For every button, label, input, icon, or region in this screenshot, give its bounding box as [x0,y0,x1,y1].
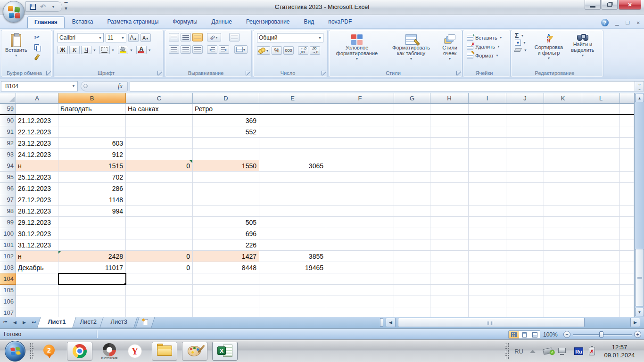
cell-I91[interactable] [469,126,506,138]
cell-L105[interactable] [582,285,620,296]
cell-A92[interactable]: 23.12.2023 [16,138,58,149]
scroll-up-button[interactable]: ▲ [635,94,644,102]
copy-button[interactable] [32,43,42,51]
cell-D103[interactable]: 8448 [193,262,259,273]
underline-dropdown[interactable]: ▼ [93,49,96,52]
name-box[interactable]: B104▼ [1,81,78,91]
format-painter-button[interactable] [32,53,42,61]
percent-format-button[interactable]: % [272,46,282,55]
cell-K99[interactable] [544,217,582,228]
cell-F93[interactable] [326,149,394,160]
row-header-103[interactable]: 103 [0,262,16,273]
cell-D90[interactable]: 369 [193,115,259,126]
row-header-104[interactable]: 104 [0,273,16,285]
align-bottom-button[interactable] [192,33,203,41]
cell-E105[interactable] [259,285,326,296]
tab-review[interactable]: Рецензирование [239,16,297,28]
cell-J59[interactable] [506,104,544,114]
taskbar-excel-button[interactable]: X [212,342,238,361]
cell-G93[interactable] [394,149,430,160]
prev-sheet-button[interactable]: ◀ [10,318,19,327]
col-header-F[interactable]: F [326,93,394,103]
cell-J93[interactable] [506,149,544,160]
fill-color-dropdown[interactable]: ▼ [130,49,133,52]
cell-G100[interactable] [394,228,430,239]
cell-C99[interactable] [126,217,193,228]
cell-K97[interactable] [544,194,582,206]
workbook-restore-button[interactable]: ❐ [626,20,630,25]
cell-J96[interactable] [506,183,544,194]
cell-E92[interactable] [259,138,326,149]
cell-C98[interactable] [126,206,193,217]
cell-H101[interactable] [430,239,469,251]
thousands-format-button[interactable]: 000 [283,46,294,55]
cell-B90[interactable] [58,115,126,126]
network-tray-icon[interactable] [558,348,567,355]
tab-formulas[interactable]: Формулы [166,16,204,28]
format-cells-button[interactable]: ✎ Формат▼ [466,51,508,60]
page-layout-view-button[interactable] [519,331,529,338]
cell-K101[interactable] [544,239,582,251]
cell-K106[interactable] [544,296,582,307]
cell-E99[interactable] [259,217,326,228]
cell-A96[interactable]: 26.12.2023 [16,183,58,194]
align-center-button[interactable] [181,45,191,54]
next-sheet-button[interactable]: ▶ [20,318,29,327]
cell-L96[interactable] [582,183,620,194]
cell-C101[interactable] [126,239,193,251]
cell-A101[interactable]: 31.12.2023 [16,239,58,251]
cell-H106[interactable] [430,296,469,307]
cell-F100[interactable] [326,228,394,239]
scroll-down-button[interactable]: ▼ [635,308,644,316]
tab-split-handle[interactable] [380,318,383,327]
cell-K93[interactable] [544,149,582,160]
tab-page-layout[interactable]: Разметка страницы [100,16,165,28]
cell-C104[interactable] [126,273,193,285]
sort-filter-button[interactable]: АЯ Сортировка и фильтр▼ [531,32,567,63]
cell-L97[interactable] [582,194,620,206]
cell-I100[interactable] [469,228,506,239]
cell-L100[interactable] [582,228,620,239]
cell-D102[interactable]: 1427 [193,251,259,262]
col-header-E[interactable]: E [259,93,326,103]
row-header-90[interactable]: 90 [0,115,16,126]
cell-C90[interactable] [126,115,193,126]
taskbar-photoscape-button[interactable]: PHOTOSCAPE [100,343,119,360]
cell-G105[interactable] [394,285,430,296]
cell-H103[interactable] [430,262,469,273]
row-header-96[interactable]: 96 [0,183,16,194]
cell-J101[interactable] [506,239,544,251]
cell-F105[interactable] [326,285,394,296]
cell-J92[interactable] [506,138,544,149]
cell-E107[interactable] [259,307,326,317]
taskbar-yandex-button[interactable]: Y [125,343,144,360]
cell-J91[interactable] [506,126,544,138]
cell-H105[interactable] [430,285,469,296]
tab-novapdf[interactable]: novaPDF [322,16,358,28]
cell-G106[interactable] [394,296,430,307]
row-header-97[interactable]: 97 [0,194,16,206]
cell-E103[interactable]: 19465 [259,262,326,273]
wrap-text-button[interactable] [229,33,239,41]
cell-G103[interactable] [394,262,430,273]
increase-font-button[interactable]: A▲ [128,33,139,42]
insert-function-button[interactable]: fx [81,81,128,91]
row-header-106[interactable]: 106 [0,296,16,307]
currency-format-button[interactable]: ▼ [257,46,270,55]
cell-L104[interactable] [582,273,620,285]
col-header-A[interactable]: A [16,93,58,103]
cell-E106[interactable] [259,296,326,307]
cell-D106[interactable] [193,296,259,307]
align-top-button[interactable] [169,33,179,41]
cell-H99[interactable] [430,217,469,228]
first-sheet-button[interactable]: ⏮ [1,318,10,327]
align-left-button[interactable] [169,45,179,54]
taskbar-file-manager-button[interactable] [152,342,177,361]
cell-B102[interactable]: 2428 [58,251,126,262]
scroll-right-button[interactable]: ▶ [630,318,640,327]
cell-H104[interactable] [430,273,469,285]
cell-D94[interactable]: 1550 [193,160,259,172]
cell-B101[interactable] [58,239,126,251]
cell-G91[interactable] [394,126,430,138]
cell-B100[interactable] [58,228,126,239]
